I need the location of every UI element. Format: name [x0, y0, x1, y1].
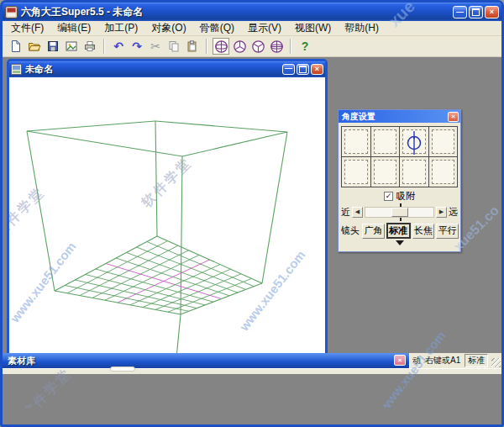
menu-file[interactable]: 文件(F)	[4, 20, 50, 36]
application-window: 六角大王Super5.5 - 未命名 — × 文件(F) 编辑(E) 加工(P)…	[0, 0, 504, 427]
main-titlebar[interactable]: 六角大王Super5.5 - 未命名 — ×	[3, 3, 501, 21]
maximize-button[interactable]	[469, 6, 483, 18]
paste-icon[interactable]	[184, 38, 201, 55]
angle-cell[interactable]	[400, 157, 428, 187]
doc-close-button[interactable]: ×	[311, 64, 323, 75]
snap-label: 吸附	[396, 190, 415, 203]
menu-object[interactable]: 对象(O)	[144, 20, 192, 36]
document-titlebar[interactable]: 未命名 — ×	[9, 61, 325, 77]
print-icon[interactable]	[81, 38, 98, 55]
toolbar-separator	[206, 39, 207, 54]
palette-expand-arrow-icon[interactable]	[396, 240, 404, 245]
material-library-title: 素材库	[8, 355, 35, 367]
save-icon[interactable]	[45, 38, 61, 55]
slider-tick	[400, 203, 402, 207]
mode-tele-button[interactable]: 长焦	[412, 224, 435, 239]
doc-minimize-button[interactable]: —	[282, 64, 295, 75]
panel-drag-tab[interactable]	[110, 366, 135, 372]
mode-wide-button[interactable]: 广角	[362, 224, 385, 239]
bottom-bar: 素材库 × 动 右键或A1 标准	[3, 353, 501, 368]
far-label: 远	[449, 206, 458, 219]
mode-standard-button[interactable]: 标准	[386, 223, 411, 239]
resize-grip[interactable]	[491, 358, 501, 367]
menu-view[interactable]: 视图(W)	[288, 20, 338, 36]
lens-label: 镜头	[340, 224, 360, 237]
bottom-strip	[3, 368, 501, 374]
document-title: 未命名	[25, 63, 279, 76]
view-sphere-4-icon[interactable]	[268, 38, 285, 55]
angle-cell[interactable]	[371, 157, 400, 187]
zoom-slider-track[interactable]	[365, 207, 434, 218]
menu-edit[interactable]: 编辑(E)	[50, 20, 97, 36]
view-sphere-3-icon[interactable]	[249, 38, 266, 55]
material-library-close-button[interactable]: ×	[394, 355, 406, 366]
close-button[interactable]: ×	[485, 6, 499, 18]
app-icon	[5, 6, 18, 18]
document-icon	[11, 64, 22, 75]
slider-tick	[400, 218, 402, 221]
open-folder-icon[interactable]	[26, 38, 43, 55]
angle-cell[interactable]	[429, 157, 458, 187]
zoom-slider-thumb[interactable]	[391, 208, 408, 217]
new-file-icon[interactable]	[8, 38, 24, 55]
import-image-icon[interactable]	[63, 38, 80, 55]
cut-icon[interactable]: ✂	[147, 38, 164, 55]
palette-close-button[interactable]: ×	[448, 112, 459, 122]
window-title: 六角大王Super5.5 - 未命名	[21, 5, 449, 19]
redo-icon[interactable]: ↷	[129, 38, 145, 55]
angle-cell[interactable]	[371, 127, 400, 156]
view-sphere-2-icon[interactable]	[231, 38, 248, 55]
view-sphere-1-icon[interactable]	[213, 38, 229, 55]
status-bar: 动 右键或A1 标准	[409, 353, 501, 368]
document-window: 未命名 — × www.xue51.com www.xue51.com 软件学堂…	[7, 59, 328, 365]
angle-grid	[341, 126, 458, 187]
wireframe-cube	[9, 77, 325, 362]
near-label: 近	[341, 206, 350, 219]
menu-display[interactable]: 显示(V)	[241, 20, 288, 36]
menu-process[interactable]: 加工(P)	[97, 20, 144, 36]
zoom-right-arrow[interactable]: ▶	[436, 207, 447, 218]
toolbar: ↶ ↷ ✂ ?	[3, 36, 501, 57]
3d-viewport[interactable]: www.xue51.com www.xue51.com 软件学堂 软件学堂	[9, 77, 325, 362]
status-text-2: 右键或A1	[425, 355, 460, 366]
menu-help[interactable]: 帮助(H)	[338, 20, 386, 36]
angle-settings-palette: 角度设置 × ✓	[338, 109, 461, 252]
toolbar-separator	[290, 39, 291, 54]
angle-cell[interactable]	[342, 157, 370, 187]
palette-titlebar[interactable]: 角度设置 ×	[339, 110, 460, 123]
angle-cell[interactable]	[400, 127, 428, 156]
help-icon[interactable]: ?	[297, 38, 313, 55]
angle-cell[interactable]	[429, 127, 458, 156]
minimize-button[interactable]: —	[453, 6, 467, 18]
material-library-bar[interactable]: 素材库 ×	[3, 353, 409, 368]
snap-checkbox[interactable]: ✓	[384, 192, 393, 201]
palette-title: 角度设置	[342, 111, 448, 123]
doc-maximize-button[interactable]	[297, 64, 309, 75]
menu-bar: 文件(F) 编辑(E) 加工(P) 对象(O) 骨骼(Q) 显示(V) 视图(W…	[3, 21, 501, 36]
mode-parallel-button[interactable]: 平行	[436, 224, 459, 239]
view-direction-compass-icon	[405, 130, 423, 156]
zoom-left-arrow[interactable]: ◀	[352, 207, 363, 218]
menu-bone[interactable]: 骨骼(Q)	[193, 20, 241, 36]
status-mode-box: 标准	[465, 354, 488, 367]
angle-cell[interactable]	[342, 127, 370, 156]
status-text-1: 动	[412, 355, 421, 366]
undo-icon[interactable]: ↶	[110, 38, 127, 55]
toolbar-separator	[103, 39, 105, 54]
copy-icon[interactable]	[165, 38, 182, 55]
